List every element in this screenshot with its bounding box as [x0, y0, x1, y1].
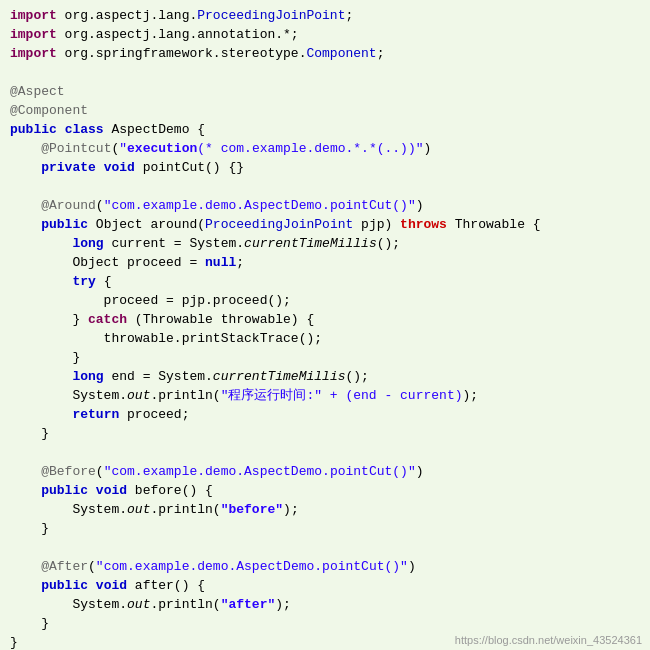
code-line-9: private void pointCut() {}	[10, 158, 640, 177]
code-line-6: @Component	[10, 101, 640, 120]
code-line-32: System.out.println("after");	[10, 595, 640, 614]
code-line-26: public void before() {	[10, 481, 640, 500]
code-line-11: @Around("com.example.demo.AspectDemo.poi…	[10, 196, 640, 215]
code-line-29	[10, 538, 640, 557]
code-line-22: return proceed;	[10, 405, 640, 424]
code-line-27: System.out.println("before");	[10, 500, 640, 519]
code-line-23: }	[10, 424, 640, 443]
code-line-28: }	[10, 519, 640, 538]
code-line-13: long current = System.currentTimeMillis(…	[10, 234, 640, 253]
code-line-3: import org.springframework.stereotype.Co…	[10, 44, 640, 63]
code-line-20: long end = System.currentTimeMillis();	[10, 367, 640, 386]
code-line-17: } catch (Throwable throwable) {	[10, 310, 640, 329]
code-editor: import org.aspectj.lang.ProceedingJoinPo…	[0, 0, 650, 650]
code-line-8: @Pointcut("execution(* com.example.demo.…	[10, 139, 640, 158]
code-line-4	[10, 63, 640, 82]
code-line-19: }	[10, 348, 640, 367]
code-line-7: public class AspectDemo {	[10, 120, 640, 139]
code-line-18: throwable.printStackTrace();	[10, 329, 640, 348]
code-line-25: @Before("com.example.demo.AspectDemo.poi…	[10, 462, 640, 481]
code-line-15: try {	[10, 272, 640, 291]
code-line-12: public Object around(ProceedingJoinPoint…	[10, 215, 640, 234]
code-line-16: proceed = pjp.proceed();	[10, 291, 640, 310]
code-line-10	[10, 177, 640, 196]
keyword-import: import	[10, 6, 57, 25]
watermark: https://blog.csdn.net/weixin_43524361	[455, 634, 642, 646]
code-line-30: @After("com.example.demo.AspectDemo.poin…	[10, 557, 640, 576]
code-line-24	[10, 443, 640, 462]
code-line-5: @Aspect	[10, 82, 640, 101]
code-line-21: System.out.println("程序运行时间:" + (end - cu…	[10, 386, 640, 405]
code-line-31: public void after() {	[10, 576, 640, 595]
code-line-14: Object proceed = null;	[10, 253, 640, 272]
code-line-33: }	[10, 614, 640, 633]
code-line-2: import org.aspectj.lang.annotation.*;	[10, 25, 640, 44]
code-line-1: import org.aspectj.lang.ProceedingJoinPo…	[10, 6, 640, 25]
